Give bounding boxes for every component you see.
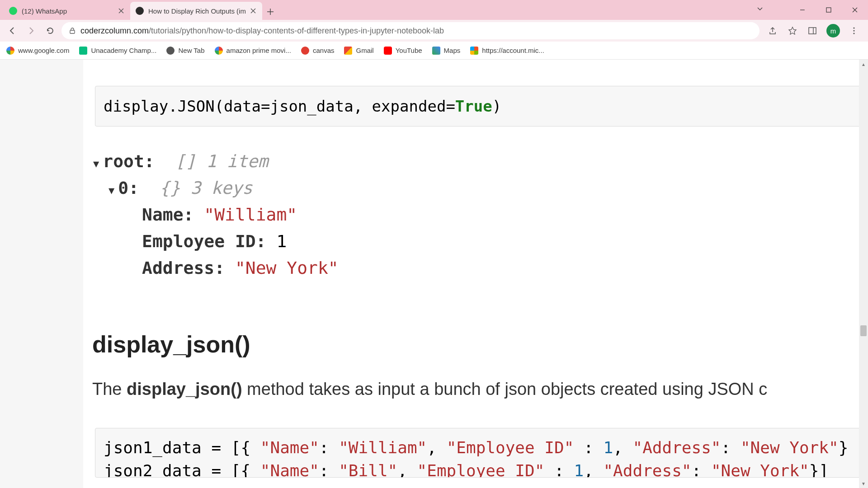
maximize-button[interactable]	[816, 1, 842, 19]
profile-avatar[interactable]: m	[826, 24, 840, 38]
bookmark-label: New Tab	[178, 47, 204, 54]
new-tab-button[interactable]	[262, 4, 278, 20]
text-bold: display_json()	[127, 380, 242, 399]
bookmark-unacademy[interactable]: Unacademy Champ...	[79, 47, 156, 55]
bookmark-star-icon[interactable]	[787, 25, 798, 37]
forward-button[interactable]	[24, 23, 39, 38]
scroll-up-icon[interactable]: ▲	[859, 60, 868, 69]
bookmark-amazon[interactable]: amazon prime movi...	[215, 47, 291, 55]
bookmark-label: YouTube	[396, 47, 422, 54]
tab-whatsapp[interactable]: (12) WhatsApp	[4, 2, 130, 20]
bookmark-label: Gmail	[356, 47, 373, 54]
svg-rect-0	[826, 8, 831, 12]
gmail-icon	[344, 47, 352, 55]
google-icon	[215, 47, 223, 55]
json-key: Address:	[142, 255, 225, 282]
page-content: display.JSON(data=json_data, expanded=Tr…	[83, 60, 868, 488]
bookmark-maps[interactable]: Maps	[432, 47, 461, 55]
bookmark-microsoft[interactable]: https://account.mic...	[470, 47, 544, 55]
code-block-1: display.JSON(data=json_data, expanded=Tr…	[95, 86, 868, 127]
scrollbar-thumb[interactable]	[860, 325, 867, 336]
lock-icon	[69, 27, 76, 34]
bookmark-label: Unacademy Champ...	[91, 47, 156, 54]
minimize-button[interactable]	[789, 1, 816, 19]
youtube-icon	[384, 47, 392, 55]
tabs-dropdown-icon[interactable]	[757, 5, 763, 12]
code-text: display.JSON(data=json_data, expanded=	[104, 97, 455, 115]
bookmark-label: Maps	[444, 47, 461, 54]
text: method takes as input a bunch of json ob…	[242, 380, 768, 399]
left-margin	[0, 60, 83, 488]
json-key: root:	[103, 148, 154, 175]
google-icon	[6, 47, 14, 55]
code-line: json2_data = [{ "Name": "Bill", "Employe…	[104, 460, 859, 478]
tab-active[interactable]: How to Display Rich Outputs (im	[130, 2, 262, 20]
close-icon[interactable]	[118, 7, 125, 14]
bookmark-label: amazon prime movi...	[226, 47, 291, 54]
code-keyword: True	[455, 97, 492, 115]
window-controls	[789, 0, 868, 20]
json-value: "William"	[204, 202, 297, 228]
back-button[interactable]	[5, 23, 20, 38]
close-window-button[interactable]	[842, 1, 868, 19]
bookmarks-bar: www.google.com Unacademy Champ... New Ta…	[0, 42, 868, 60]
json-meta: [] 1 item	[175, 148, 268, 175]
whatsapp-icon	[9, 7, 17, 15]
share-icon[interactable]	[767, 25, 778, 37]
json-key: Name:	[142, 202, 193, 228]
paragraph: The display_json() method takes as input…	[92, 380, 868, 399]
address-bar[interactable]: coderzcolumn.com/tutorials/python/how-to…	[61, 22, 760, 39]
text: The	[92, 380, 127, 399]
json-tree-output: ▼ root: [] 1 item ▼ 0: {} 3 keys Name: "…	[93, 148, 868, 281]
code-text: )	[492, 97, 501, 115]
vertical-scrollbar[interactable]: ▲ ▼	[859, 60, 868, 488]
bookmark-youtube[interactable]: YouTube	[384, 47, 422, 55]
collapse-arrow-icon[interactable]: ▼	[108, 183, 114, 198]
scroll-down-icon[interactable]: ▼	[859, 479, 868, 488]
sidepanel-icon[interactable]	[807, 25, 818, 37]
url-text: coderzcolumn.com/tutorials/python/how-to…	[80, 26, 752, 36]
canvas-icon	[301, 47, 309, 55]
maps-icon	[432, 47, 440, 55]
reload-button[interactable]	[42, 23, 58, 38]
svg-point-6	[853, 33, 854, 34]
globe-icon	[166, 47, 175, 55]
tab-title: (12) WhatsApp	[22, 7, 114, 15]
section-heading: display_json()	[92, 331, 868, 358]
collapse-arrow-icon[interactable]: ▼	[93, 156, 99, 172]
svg-point-5	[853, 30, 854, 31]
json-meta: {} 3 keys	[160, 175, 253, 202]
json-value: 1	[276, 228, 287, 255]
unacademy-icon	[79, 47, 87, 55]
close-icon[interactable]	[250, 7, 257, 14]
bookmark-google[interactable]: www.google.com	[6, 47, 69, 55]
site-icon	[136, 7, 144, 15]
bookmark-newtab[interactable]: New Tab	[166, 47, 204, 55]
bookmark-label: www.google.com	[18, 47, 69, 54]
code-line: json1_data = [{ "Name": "William", "Empl…	[104, 436, 859, 459]
viewport: display.JSON(data=json_data, expanded=Tr…	[0, 60, 868, 488]
toolbar-right: m	[763, 24, 863, 38]
tab-title: How to Display Rich Outputs (im	[148, 7, 246, 15]
code-block-2: json1_data = [{ "Name": "William", "Empl…	[95, 428, 868, 478]
menu-icon[interactable]	[848, 25, 860, 37]
bookmark-gmail[interactable]: Gmail	[344, 47, 373, 55]
bookmark-canvas[interactable]: canvas	[301, 47, 335, 55]
json-value: "New York"	[235, 255, 339, 282]
svg-rect-2	[809, 28, 816, 34]
microsoft-icon	[470, 47, 478, 55]
svg-rect-1	[70, 30, 75, 33]
browser-titlebar: (12) WhatsApp How to Display Rich Output…	[0, 0, 868, 20]
json-key: Employee ID:	[142, 228, 266, 255]
json-key: 0:	[118, 175, 139, 202]
svg-point-4	[853, 27, 854, 28]
toolbar: coderzcolumn.com/tutorials/python/how-to…	[0, 20, 868, 42]
tab-strip: (12) WhatsApp How to Display Rich Output…	[0, 0, 278, 20]
bookmark-label: canvas	[313, 47, 335, 54]
bookmark-label: https://account.mic...	[482, 47, 544, 54]
